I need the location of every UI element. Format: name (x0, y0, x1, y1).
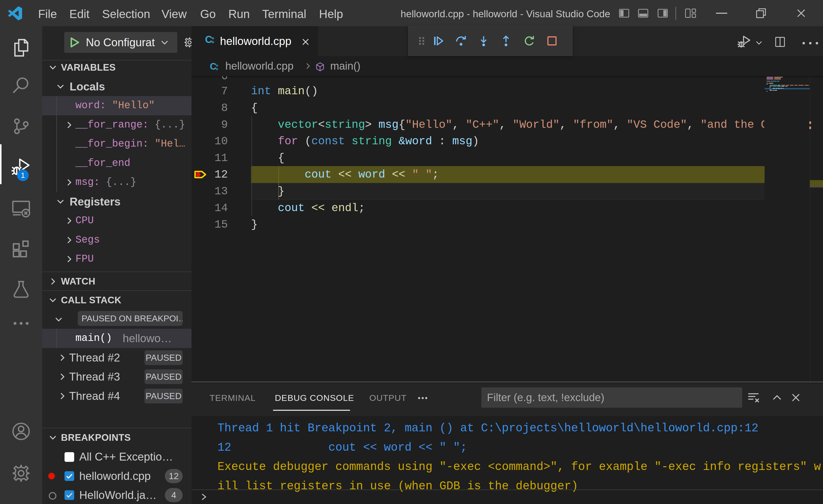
svg-text:+: + (216, 66, 218, 71)
svg-text:+: + (211, 39, 214, 45)
